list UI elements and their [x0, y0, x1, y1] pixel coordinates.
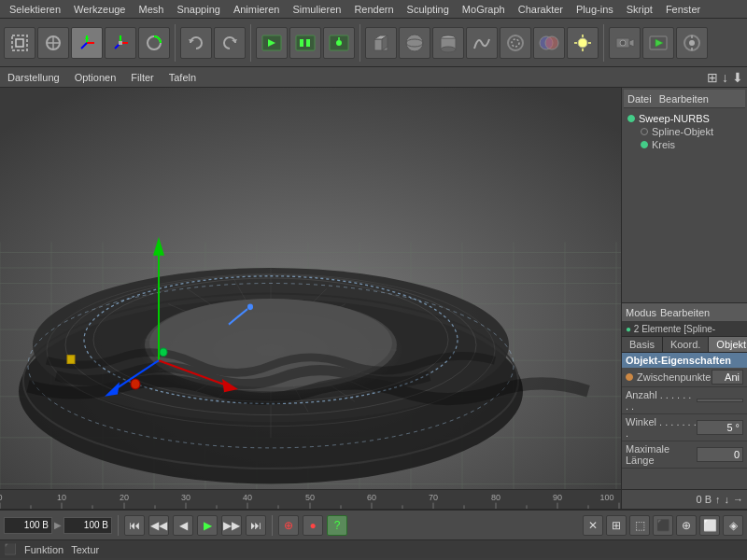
props-bearbeiten-label[interactable]: Bearbeiten: [660, 307, 710, 318]
frame-end-input[interactable]: [63, 517, 112, 534]
darstellung-menu[interactable]: Darstellung: [4, 71, 63, 84]
transport-to-start-btn[interactable]: ⏮: [124, 515, 145, 536]
nurbs-btn[interactable]: [466, 27, 498, 59]
prop-value-maxlaenge[interactable]: 0: [697, 447, 743, 462]
prop-value-anzahl[interactable]: [697, 399, 743, 402]
anim-btn2[interactable]: [289, 27, 321, 59]
transport-to-end-btn[interactable]: ⏭: [246, 515, 266, 536]
select-loop-btn[interactable]: [37, 27, 69, 59]
boolean-btn[interactable]: [533, 27, 565, 59]
menu-werkzeuge[interactable]: Werkzeuge: [68, 3, 131, 16]
scale-btn[interactable]: [105, 27, 136, 59]
timeline-up-icon[interactable]: ↑: [715, 494, 721, 505]
tree-item-spline[interactable]: Spline-Objekt: [626, 125, 743, 138]
sweep-nurbs-label: Sweep-NURBS: [639, 113, 710, 124]
prop-value-winkel[interactable]: 5 °: [697, 420, 743, 435]
render-btn[interactable]: [642, 27, 674, 59]
timeline-ruler[interactable]: 0 10 20 30 40 50 60 70 80 90 100: [0, 490, 621, 509]
transport-record2-btn[interactable]: ●: [303, 515, 323, 536]
sweep-nurbs-dot: [627, 115, 635, 122]
redo-btn[interactable]: [214, 27, 246, 59]
filter-menu[interactable]: Filter: [127, 71, 157, 84]
tab-objekt[interactable]: Objekt: [709, 337, 747, 352]
object-tree: Sweep-NURBS Spline-Objekt Kreis: [624, 108, 745, 155]
undo-btn[interactable]: [180, 27, 212, 59]
transport-record1-btn[interactable]: ⊕: [278, 515, 299, 536]
menu-plugins[interactable]: Plug-ins: [571, 3, 619, 16]
timeline-down-icon[interactable]: ↓: [725, 494, 730, 505]
select-tools: [4, 27, 170, 59]
prop-value-zwischenpunkte[interactable]: Ani: [712, 370, 744, 385]
bottom-textur[interactable]: Textur: [71, 544, 99, 555]
spline-btn[interactable]: [500, 27, 531, 59]
camera-btn[interactable]: [609, 27, 641, 59]
transport-tool5[interactable]: ⊕: [676, 515, 697, 536]
select-box-btn[interactable]: [4, 27, 35, 59]
timeline-right-icon[interactable]: →: [733, 494, 743, 505]
menu-rendern[interactable]: Rendern: [348, 3, 399, 16]
cylinder-btn[interactable]: [432, 27, 464, 59]
cube-btn[interactable]: [365, 27, 397, 59]
transport-tool7[interactable]: ◈: [723, 515, 743, 536]
viewport-down-icon[interactable]: ↓: [722, 70, 728, 85]
rendersettings-btn[interactable]: [676, 27, 708, 59]
prop-row-maxlaenge: Maximale Länge 0: [622, 441, 747, 469]
svg-text:100: 100: [599, 493, 613, 502]
viewport[interactable]: ↖ sZ: [0, 88, 621, 489]
prop-row-zwischenpunkte: Zwischenpunkte Ani: [622, 368, 747, 387]
separator-1: [175, 24, 176, 62]
transport-help-btn[interactable]: ?: [327, 515, 347, 536]
toolbar: [0, 19, 747, 67]
menu-mograph[interactable]: MoGraph: [457, 3, 511, 16]
bearbeiten-label[interactable]: Bearbeiten: [659, 93, 709, 105]
transport-tool3[interactable]: ⬚: [629, 515, 650, 536]
svg-point-100: [131, 379, 140, 389]
viewport-arrow-icon[interactable]: ⬇: [732, 70, 743, 85]
tafeln-menu[interactable]: Tafeln: [165, 71, 200, 84]
menu-charakter[interactable]: Charakter: [513, 3, 569, 16]
anim-btn1[interactable]: [256, 27, 288, 59]
tree-item-kreis[interactable]: Kreis: [626, 138, 743, 151]
menu-snapping[interactable]: Snapping: [171, 3, 226, 16]
tab-basis[interactable]: Basis: [622, 337, 663, 352]
viewport-arrange-icon[interactable]: ⊞: [707, 70, 718, 85]
transport-next-frame-btn[interactable]: ▶▶: [221, 515, 242, 536]
transport-prev-key-btn[interactable]: ◀◀: [148, 515, 169, 536]
frame-start-input[interactable]: [4, 517, 52, 534]
transport-play-btn[interactable]: ▶: [197, 515, 218, 536]
datei-label[interactable]: Datei: [627, 93, 652, 105]
transport-prev-frame-btn[interactable]: ◀: [173, 515, 193, 536]
rotate-btn[interactable]: [138, 27, 170, 59]
prop-row-anzahl: Anzahl . . . . . . . .: [622, 387, 747, 414]
optionen-menu[interactable]: Optionen: [71, 71, 120, 84]
svg-point-99: [160, 348, 167, 357]
separator-3: [359, 24, 360, 62]
separator-2: [250, 24, 251, 62]
move-btn[interactable]: [71, 27, 103, 59]
menu-selektieren[interactable]: Selektieren: [4, 3, 66, 16]
svg-rect-12: [119, 41, 122, 45]
viewport-controls: ⊞ ↓ ⬇: [707, 70, 743, 85]
transport-tool6[interactable]: ⬜: [699, 515, 720, 536]
menu-sculpting[interactable]: Sculpting: [402, 3, 455, 16]
tab-koord[interactable]: Koord.: [663, 337, 709, 352]
props-modus-label[interactable]: Modus: [626, 307, 656, 318]
light-btn[interactable]: [567, 27, 599, 59]
spline-label: Spline-Objekt: [652, 126, 713, 137]
prop-dot-zwischenpunkte: [626, 373, 633, 381]
bottom-funktion[interactable]: Funktion: [24, 544, 63, 555]
anim-btn3[interactable]: [323, 27, 355, 59]
menu-mesh[interactable]: Mesh: [133, 3, 169, 16]
transport-tool1[interactable]: ✕: [583, 515, 603, 536]
menu-animieren[interactable]: Animieren: [228, 3, 286, 16]
menu-simulieren[interactable]: Simulieren: [287, 3, 346, 16]
svg-text:50: 50: [305, 493, 315, 502]
sphere-btn[interactable]: [399, 27, 430, 59]
menu-fenster[interactable]: Fenster: [660, 3, 706, 16]
spline-dot: [641, 128, 648, 135]
transport-tool2[interactable]: ⊞: [606, 515, 627, 536]
tree-item-sweep-nurbs[interactable]: Sweep-NURBS: [626, 112, 743, 125]
menu-skript[interactable]: Skript: [621, 3, 658, 16]
transport-tool4[interactable]: ⬛: [653, 515, 673, 536]
svg-text:30: 30: [181, 493, 190, 502]
